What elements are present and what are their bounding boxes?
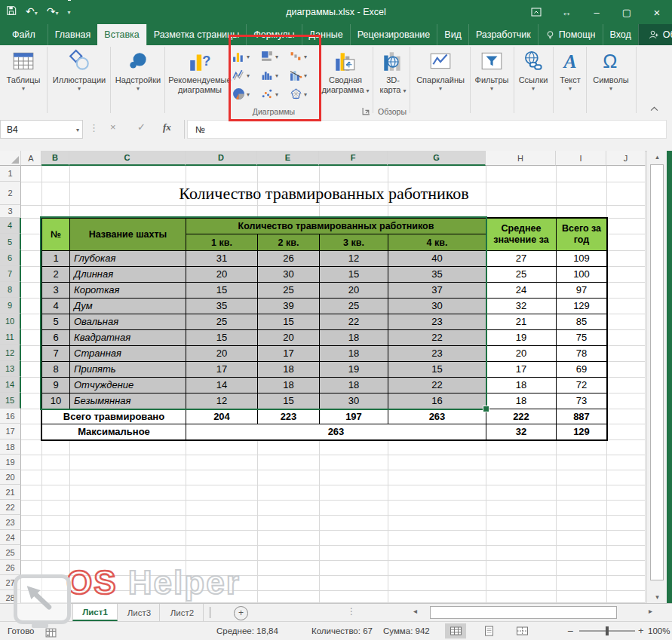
cell-H16[interactable]: 222 xyxy=(486,409,557,424)
row-header-18[interactable]: 18 xyxy=(0,439,21,455)
name-box[interactable]: B4▾ xyxy=(0,120,83,139)
close-button[interactable]: × xyxy=(642,0,672,24)
cell-I15[interactable]: 73 xyxy=(556,393,607,409)
cell-I8[interactable]: 97 xyxy=(556,282,607,299)
cell-I4-I5[interactable]: Всего за год xyxy=(556,218,607,251)
cell-G15[interactable]: 16 xyxy=(388,393,486,409)
cell-F8[interactable]: 20 xyxy=(319,282,388,299)
row-header-10[interactable]: 10 xyxy=(0,314,21,329)
cell-D17-G17[interactable]: 263 xyxy=(186,424,486,440)
cell-B7[interactable]: 2 xyxy=(41,266,70,283)
column-header-G[interactable]: G xyxy=(388,151,486,166)
tab-Общий доступ[interactable]: Общий доступ xyxy=(638,24,672,45)
cell-G5[interactable]: 4 кв. xyxy=(388,234,486,251)
cell-B9[interactable]: 4 xyxy=(41,298,70,314)
cell-E15[interactable]: 15 xyxy=(257,393,320,409)
cell-C9[interactable]: Дум xyxy=(69,298,186,314)
page-layout-view-button[interactable] xyxy=(478,623,499,638)
row-header-8[interactable]: 8 xyxy=(0,282,21,298)
column-header-I[interactable]: I xyxy=(556,151,606,166)
formula-input[interactable]: № xyxy=(187,120,667,139)
cell-I11[interactable]: 75 xyxy=(556,329,607,346)
links-button[interactable]: Ссылки ▾ xyxy=(515,47,551,116)
resize-icon[interactable]: ↔ xyxy=(551,0,581,24)
tab-Файл[interactable]: Файл xyxy=(0,24,48,45)
cell-B13[interactable]: 8 xyxy=(41,361,70,378)
worksheet-grid[interactable]: ABCDEFGHIJ123456789101112131415161718192… xyxy=(0,151,646,603)
cell-C12[interactable]: Странная xyxy=(69,345,186,362)
cell-I7[interactable]: 100 xyxy=(556,266,607,283)
row-header-25[interactable]: 25 xyxy=(0,545,21,560)
histogram-button[interactable]: ▾ xyxy=(261,67,287,84)
column-header-B[interactable]: B xyxy=(41,151,69,166)
tab-Разметка страницы[interactable]: Разметка страницы xyxy=(146,24,246,45)
cell-B6[interactable]: 1 xyxy=(41,250,70,267)
horizontal-scroll-thumb[interactable] xyxy=(430,606,617,619)
cell-D4-G4[interactable]: Количество травмированных работников xyxy=(186,218,486,234)
cell-F7[interactable]: 15 xyxy=(319,266,388,283)
cell-E11[interactable]: 20 xyxy=(257,329,320,346)
cell-H6[interactable]: 27 xyxy=(486,250,557,267)
cell-B11[interactable]: 6 xyxy=(41,329,70,346)
cell-G9[interactable]: 30 xyxy=(388,298,486,314)
cell-D14[interactable]: 14 xyxy=(186,377,258,393)
cell-F12[interactable]: 18 xyxy=(319,345,388,362)
cell-D9[interactable]: 35 xyxy=(186,298,258,314)
sheet-tab-Лист3[interactable]: Лист3 xyxy=(119,604,160,621)
tab-Рецензирование[interactable]: Рецензирование xyxy=(350,24,437,45)
row-header-17[interactable]: 17 xyxy=(0,424,21,439)
row-header-13[interactable]: 13 xyxy=(0,361,21,377)
row-header-11[interactable]: 11 xyxy=(0,329,21,345)
cell-G6[interactable]: 40 xyxy=(388,250,486,267)
minimize-button[interactable]: – xyxy=(581,0,612,24)
cell-E9[interactable]: 39 xyxy=(257,298,320,314)
recommended-charts-button[interactable]: ? Рекомендуемыедиаграммы xyxy=(166,47,234,116)
row-header-6[interactable]: 6 xyxy=(0,250,21,266)
scroll-down-icon[interactable]: ▾ xyxy=(647,591,667,603)
fill-handle[interactable] xyxy=(483,406,489,412)
cell-C7[interactable]: Длинная xyxy=(69,266,186,283)
illustrations-button[interactable]: Иллюстрации ▾ xyxy=(48,47,110,116)
cell-C8[interactable]: Короткая xyxy=(69,282,186,299)
ribbon-display-options-icon[interactable] xyxy=(521,0,551,24)
column-header-E[interactable]: E xyxy=(257,151,319,166)
pivot-chart-button[interactable]: Своднаядиаграмма ▾ xyxy=(318,47,373,116)
enter-icon[interactable]: ✓ xyxy=(137,121,146,133)
column-header-F[interactable]: F xyxy=(319,151,388,166)
tables-button[interactable]: Таблицы ▾ xyxy=(2,47,45,116)
cell-C11[interactable]: Квадратная xyxy=(69,329,186,346)
row-header-5[interactable]: 5 xyxy=(0,234,21,250)
cell-H15[interactable]: 18 xyxy=(486,393,557,409)
cell-F15[interactable]: 30 xyxy=(319,393,388,409)
row-header-14[interactable]: 14 xyxy=(0,377,21,393)
cell-I10[interactable]: 85 xyxy=(556,314,607,330)
cell-E10[interactable]: 15 xyxy=(257,314,320,330)
cell-I17[interactable]: 129 xyxy=(556,424,607,440)
cell-I6[interactable]: 109 xyxy=(556,250,607,267)
cell-I12[interactable]: 78 xyxy=(556,345,607,362)
tab-Вход[interactable]: Вход xyxy=(603,24,638,45)
vertical-scroll-thumb[interactable] xyxy=(650,164,664,580)
column-header-H[interactable]: H xyxy=(486,151,556,166)
cell-E12[interactable]: 17 xyxy=(257,345,320,362)
cancel-icon[interactable]: × xyxy=(110,121,116,133)
cell-F10[interactable]: 22 xyxy=(319,314,388,330)
normal-view-button[interactable] xyxy=(445,623,466,638)
cell-B10[interactable]: 5 xyxy=(41,314,70,330)
radar-chart-button[interactable]: ▾ xyxy=(290,86,315,103)
cell-H4-H5[interactable]: Среднее значение за xyxy=(486,218,557,251)
cell-I13[interactable]: 69 xyxy=(556,361,607,378)
row-header-19[interactable]: 19 xyxy=(0,455,21,470)
collapse-ribbon-icon[interactable] xyxy=(650,104,658,113)
row-header-3[interactable]: 3 xyxy=(0,205,21,218)
3d-map-button[interactable]: 3D-карта ▾ xyxy=(376,47,410,116)
cell-H14[interactable]: 18 xyxy=(486,377,557,393)
scatter-chart-button[interactable]: ▾ xyxy=(261,86,287,103)
cell-B17-C17[interactable]: Максимальное xyxy=(41,424,186,440)
sheet-tab-Лист2[interactable]: Лист2 xyxy=(161,604,204,621)
tab-Вставка[interactable]: Вставка xyxy=(97,24,146,45)
filters-button[interactable]: Фильтры ▾ xyxy=(471,47,512,116)
cell-H11[interactable]: 19 xyxy=(486,329,557,346)
combo-chart-button[interactable]: ▾ xyxy=(290,67,315,84)
cell-E8[interactable]: 25 xyxy=(257,282,320,299)
